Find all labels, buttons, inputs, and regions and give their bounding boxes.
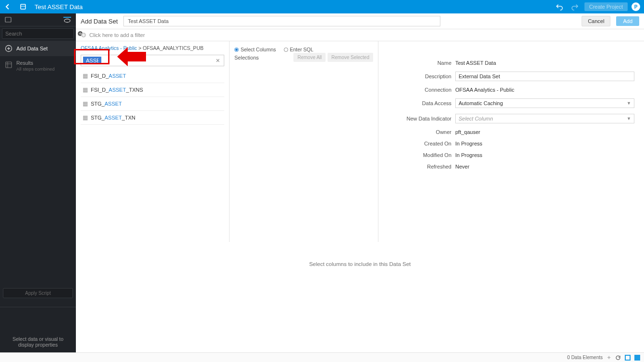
connection-value: OFSAA Analytics - Public xyxy=(455,87,634,93)
add-filter-icon xyxy=(81,32,86,38)
remove-all-button: Remove All xyxy=(293,53,326,62)
description-input[interactable] xyxy=(455,72,634,81)
result-list: ▦ FSI_D_ASSET ▦ FSI_D_ASSET_TXNS ▦ STG_A… xyxy=(81,69,224,125)
data-set-name-input[interactable] xyxy=(123,16,440,26)
format-icon[interactable]: ✦ xyxy=(607,354,611,361)
table-row[interactable]: ▦ FSI_D_ASSET xyxy=(81,69,224,83)
palette-icon[interactable] xyxy=(5,16,12,23)
add-data-set-icon xyxy=(5,45,12,52)
created-on-value: In Progress xyxy=(455,141,634,146)
chevron-down-icon: ▼ xyxy=(627,116,631,121)
table-icon: ▦ xyxy=(83,86,88,93)
sidebar-item-results[interactable]: Results All steps combined xyxy=(0,56,76,75)
name-label: Name xyxy=(383,60,455,66)
data-access-select[interactable]: Automatic Caching ▼ xyxy=(455,98,634,108)
results-icon xyxy=(5,61,12,69)
mode-radios: Select Columns Enter SQL xyxy=(234,44,369,52)
breadcrumb: OFSAA Analytics - Public > OFSAA_ANALYTI… xyxy=(81,44,224,55)
breadcrumb-current: OFSAA_ANALYTICS_PUB xyxy=(143,45,203,51)
owner-value: pft_qauser xyxy=(455,129,634,135)
table-icon: ▦ xyxy=(83,72,88,79)
owner-label: Owner xyxy=(383,129,455,135)
table-row[interactable]: ▦ FSI_D_ASSET_TXNS xyxy=(81,83,224,97)
remove-selected-button: Remove Selected xyxy=(328,53,373,62)
table-search-box[interactable]: ✕ xyxy=(81,55,224,66)
results-sub-label: All steps combined xyxy=(16,66,55,72)
cancel-button[interactable]: Cancel xyxy=(582,16,610,26)
connection-label: Connection xyxy=(383,87,455,93)
details-column: Select Columns Enter SQL Name Test ASSET… xyxy=(378,41,644,242)
guide-icon[interactable] xyxy=(63,17,71,23)
main-header: Add Data Set Cancel Add xyxy=(76,13,644,29)
modified-on-value: In Progress xyxy=(455,152,634,158)
redo-icon[interactable] xyxy=(569,1,581,12)
chevron-down-icon: ▼ xyxy=(627,101,631,106)
select-columns-radio[interactable]: Select Columns xyxy=(234,47,276,52)
svg-rect-0 xyxy=(21,4,25,9)
sidebar-hint: Select data or visual to display propert… xyxy=(0,307,76,352)
topbar: Test ASSET Data Create Project P xyxy=(0,0,644,13)
results-label: Results xyxy=(16,60,55,66)
add-button: Add xyxy=(616,16,639,26)
created-on-label: Created On xyxy=(383,141,455,146)
page-title: Test ASSET Data xyxy=(35,3,83,11)
description-label: Description xyxy=(383,73,455,79)
table-row[interactable]: ▦ STG_ASSET xyxy=(81,97,224,111)
main: Add Data Set Cancel Add Click here to ad… xyxy=(76,13,644,352)
data-elements-count: 0 Data Elements xyxy=(567,355,603,360)
dataset-icon xyxy=(17,1,29,12)
name-value: Test ASSET Data xyxy=(455,60,634,66)
view-mode-fill-icon[interactable] xyxy=(634,355,640,361)
new-data-indicator-select[interactable]: Select Column ▼ xyxy=(455,114,634,123)
filter-row[interactable]: Click here to add a filter xyxy=(76,29,644,41)
table-search-input[interactable] xyxy=(83,57,101,64)
svg-rect-2 xyxy=(5,17,11,22)
sidebar: Add Data Set Results All steps combined … xyxy=(0,13,76,352)
bottom-hint: Select columns to include in this Data S… xyxy=(76,242,644,286)
refresh-icon[interactable] xyxy=(615,355,621,361)
new-data-indicator-label: New Data Indicator xyxy=(383,116,455,121)
create-project-button: Create Project xyxy=(584,2,628,11)
sidebar-item-add-data-set[interactable]: Add Data Set xyxy=(0,41,76,56)
table-icon: ▦ xyxy=(83,100,88,107)
undo-icon[interactable] xyxy=(554,1,565,12)
sidebar-search[interactable] xyxy=(2,28,74,39)
clear-search-icon[interactable]: ✕ xyxy=(212,58,224,64)
svg-point-3 xyxy=(64,19,70,22)
refreshed-label: Refreshed xyxy=(383,164,455,169)
back-icon[interactable] xyxy=(2,1,13,12)
selections-column: Selections Remove All Remove Selected xyxy=(230,41,378,242)
table-row[interactable]: ▦ STG_ASSET_TXN xyxy=(81,111,224,125)
modified-on-label: Modified On xyxy=(383,152,455,158)
enter-sql-radio[interactable]: Enter SQL xyxy=(284,47,314,52)
statusbar: 0 Data Elements ✦ xyxy=(0,352,644,362)
svg-rect-6 xyxy=(6,62,12,68)
apply-script-button: Apply Script xyxy=(3,288,73,298)
browse-column: OFSAA Analytics - Public > OFSAA_ANALYTI… xyxy=(76,41,230,242)
add-data-set-title: Add Data Set xyxy=(81,18,118,25)
refreshed-value: Never xyxy=(455,164,634,169)
view-mode-outline-icon[interactable] xyxy=(625,355,631,361)
filter-placeholder: Click here to add a filter xyxy=(89,32,145,38)
breadcrumb-link[interactable]: OFSAA Analytics - Public xyxy=(81,45,137,51)
table-icon: ▦ xyxy=(83,114,88,121)
sidebar-search-input[interactable] xyxy=(2,29,74,38)
data-access-label: Data Access xyxy=(383,100,455,106)
avatar[interactable]: P xyxy=(632,2,640,11)
selections-label: Selections xyxy=(234,55,259,60)
sidebar-item-label: Add Data Set xyxy=(16,46,48,51)
